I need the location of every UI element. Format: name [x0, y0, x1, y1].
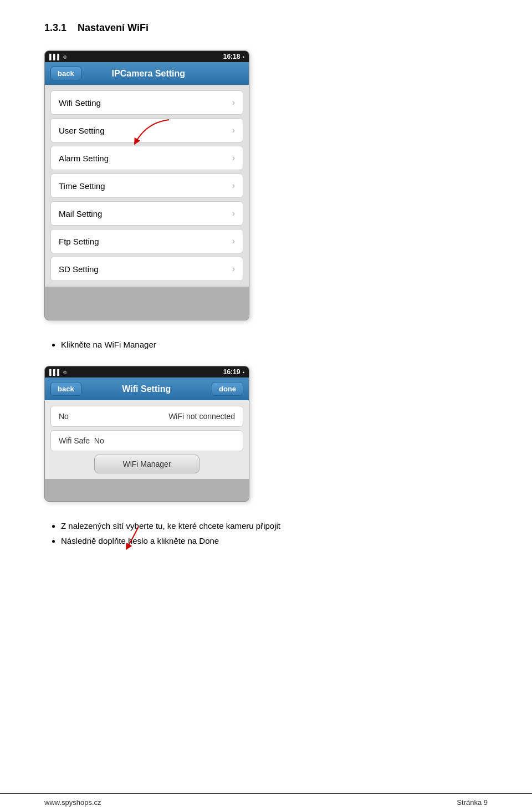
chevron-icon-alarm: ›: [232, 153, 235, 163]
wifi-icon-1: ⌾: [63, 53, 67, 60]
phone-footer-2: [45, 479, 249, 501]
time-display-1: 16:18: [223, 53, 241, 60]
chevron-icon-mail: ›: [232, 208, 235, 218]
chevron-icon-wifi: ›: [232, 98, 235, 108]
chevron-icon-sd: ›: [232, 264, 235, 274]
status-right-1: 16:18 ▪: [223, 53, 244, 60]
page-content: 1.3.1 Nastavení WiFi ▌▌▌ ⌾ 16:18 ▪ back …: [0, 0, 532, 606]
nav-bar-2: back Wifi Setting done: [45, 378, 249, 400]
bullet-list-1: Klikněte na WiFi Manager: [61, 337, 488, 352]
screenshot2-container: ▌▌▌ ⌾ 16:19 ▪ back Wifi Setting done No …: [44, 366, 249, 502]
website-link: www.spyshops.cz: [44, 798, 101, 807]
chevron-icon-time: ›: [232, 181, 235, 191]
menu-item-time[interactable]: Time Setting ›: [50, 174, 243, 198]
status-left-2: ▌▌▌ ⌾: [49, 369, 67, 375]
wifi-safe-row: Wifi Safe No: [50, 430, 243, 451]
menu-item-sd-label: SD Setting: [59, 264, 99, 274]
menu-item-alarm[interactable]: Alarm Setting ›: [50, 146, 243, 170]
menu-item-mail[interactable]: Mail Setting ›: [50, 201, 243, 226]
menu-item-ftp[interactable]: Ftp Setting ›: [50, 229, 243, 253]
battery-icon-2: ▪: [242, 369, 244, 375]
screenshot1-container: ▌▌▌ ⌾ 16:18 ▪ back IPCamera Setting Wifi…: [44, 50, 249, 320]
section-title: Nastavení WiFi: [78, 22, 149, 33]
bullet-list-2: Z nalezených sítí vyberte tu, ke které c…: [61, 518, 488, 548]
menu-item-alarm-label: Alarm Setting: [59, 154, 109, 163]
wifi-not-connected-value: WiFi not connected: [168, 412, 235, 421]
menu-item-sd[interactable]: SD Setting ›: [50, 257, 243, 281]
status-bar-2: ▌▌▌ ⌾ 16:19 ▪: [45, 366, 249, 378]
wifi-button-row: WiFi Manager: [50, 455, 243, 473]
done-button-2[interactable]: done: [212, 382, 243, 396]
phone-screenshot-1: ▌▌▌ ⌾ 16:18 ▪ back IPCamera Setting Wifi…: [44, 50, 249, 320]
menu-item-wifi-label: Wifi Setting: [59, 98, 101, 108]
menu-item-mail-label: Mail Setting: [59, 209, 102, 218]
wifi-status-row: No WiFi not connected: [50, 406, 243, 427]
menu-item-time-label: Time Setting: [59, 181, 105, 191]
signal-icon-1: ▌▌▌: [49, 54, 61, 60]
phone-screenshot-2: ▌▌▌ ⌾ 16:19 ▪ back Wifi Setting done No …: [44, 366, 249, 502]
menu-item-user[interactable]: User Setting ›: [50, 118, 243, 142]
back-button-1[interactable]: back: [50, 67, 81, 80]
page-number: Stránka 9: [457, 798, 488, 807]
menu-item-wifi[interactable]: Wifi Setting ›: [50, 90, 243, 115]
wifi-info-area: No WiFi not connected Wifi Safe No WiFi …: [45, 400, 249, 479]
status-right-2: 16:19 ▪: [223, 368, 244, 376]
nav-title-2: Wifi Setting: [81, 384, 212, 394]
page-footer: www.spyshops.cz Stránka 9: [0, 793, 532, 811]
wifi-icon-2: ⌾: [63, 369, 67, 375]
bullet-item-1: Klikněte na WiFi Manager: [61, 337, 488, 352]
section-heading: 1.3.1 Nastavení WiFi: [44, 22, 488, 34]
status-bar-1: ▌▌▌ ⌾ 16:18 ▪: [45, 51, 249, 62]
menu-list-1: Wifi Setting › User Setting › Alarm Sett…: [45, 85, 249, 287]
bullet-item-2: Z nalezených sítí vyberte tu, ke které c…: [61, 518, 488, 533]
signal-icon-2: ▌▌▌: [49, 369, 61, 375]
chevron-icon-ftp: ›: [232, 236, 235, 246]
battery-icon-1: ▪: [242, 54, 244, 60]
wifi-no-label: No: [59, 412, 69, 421]
section-number: 1.3.1: [44, 22, 66, 33]
wifi-manager-button[interactable]: WiFi Manager: [94, 455, 199, 473]
nav-title-1: IPCamera Setting: [81, 69, 216, 79]
back-button-2[interactable]: back: [50, 382, 81, 396]
chevron-icon-user: ›: [232, 125, 235, 135]
menu-item-user-label: User Setting: [59, 126, 105, 135]
time-display-2: 16:19: [223, 368, 241, 376]
menu-item-ftp-label: Ftp Setting: [59, 237, 99, 246]
nav-bar-1: back IPCamera Setting: [45, 62, 249, 85]
status-left-1: ▌▌▌ ⌾: [49, 53, 67, 60]
wifi-safe-label: Wifi Safe No: [59, 436, 104, 445]
bullet-item-3: Následně doplňte heslo a klikněte na Don…: [61, 533, 488, 548]
phone-footer-1: [45, 287, 249, 320]
